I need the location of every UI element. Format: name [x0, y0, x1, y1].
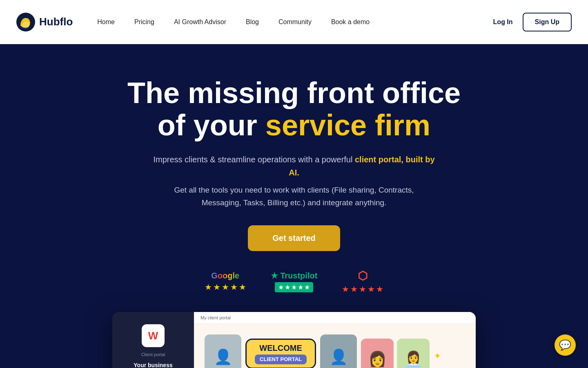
nav-ai-growth[interactable]: AI Growth Advisor: [174, 18, 226, 26]
avatar-placeholder-1: 👤: [205, 334, 241, 368]
tp-star-4: ★: [298, 283, 303, 291]
star-1: ★: [205, 282, 212, 292]
g2-stars: ★ ★ ★ ★ ★: [342, 284, 383, 294]
chat-bubble[interactable]: 💬: [555, 334, 576, 356]
hero-subtitle: Impress clients & streamline operations …: [151, 153, 437, 179]
avatar-4: 👩‍💼: [397, 339, 430, 368]
welcome-badge: WELCOME CLIENT PORTAL: [245, 339, 316, 368]
nav-community[interactable]: Community: [278, 18, 312, 26]
nav-book-demo[interactable]: Book a demo: [331, 18, 370, 26]
avatar-placeholder-2: 👤: [320, 334, 357, 368]
avatar-3: 👩: [361, 339, 394, 368]
signup-button[interactable]: Sign Up: [523, 13, 572, 31]
logo-text: Hubflo: [39, 16, 73, 28]
trustpilot-stars-box: ★ ★ ★ ★ ★: [275, 282, 313, 292]
nav-actions: Log In Sign Up: [493, 13, 572, 31]
hero-section: The missing front office of your service…: [0, 44, 588, 368]
nav-home[interactable]: Home: [97, 18, 115, 26]
trustpilot-rating: ★ Trustpilot ★ ★ ★ ★ ★: [271, 271, 318, 292]
preview-container: W Client portal Your business 🏠 Home My …: [112, 312, 476, 368]
login-button[interactable]: Log In: [493, 18, 513, 26]
g2-star-4: ★: [368, 284, 375, 294]
avatar-placeholder-4: 👩‍💼: [397, 339, 430, 368]
google-stars: ★ ★ ★ ★ ★: [205, 282, 246, 292]
tp-star-3: ★: [291, 283, 297, 291]
preview-biz-name: Your business: [134, 362, 172, 368]
avatar-1: 👤: [205, 334, 241, 368]
star-3: ★: [222, 282, 229, 292]
preview-content: 👤 WELCOME CLIENT PORTAL ★ 👤: [194, 324, 476, 368]
star-4: ★: [230, 282, 238, 292]
google-brand-label: Google: [211, 271, 239, 280]
nav-links: Home Pricing AI Growth Advisor Blog Comm…: [97, 18, 493, 26]
welcome-title: WELCOME: [255, 343, 307, 353]
preview-logo: W: [142, 324, 165, 347]
star-2: ★: [213, 282, 220, 292]
preview-sidebar: W Client portal Your business 🏠 Home: [112, 312, 194, 368]
hero-title-highlight: service firm: [265, 109, 430, 141]
chat-icon: 💬: [559, 339, 571, 351]
hubflo-logo-icon: [16, 13, 35, 31]
hero-title: The missing front office of your service…: [110, 77, 478, 141]
preview-top-bar: My client portal: [194, 312, 476, 324]
welcome-sub: CLIENT PORTAL: [255, 355, 307, 364]
g2-rating: ⬡ ★ ★ ★ ★ ★: [342, 269, 383, 294]
nav-pricing[interactable]: Pricing: [134, 18, 154, 26]
trustpilot-brand-label: ★ Trustpilot: [271, 271, 318, 280]
navbar: Hubflo Home Pricing AI Growth Advisor Bl…: [0, 0, 588, 44]
preview-content-area: My client portal 👤 WELCOME CLIENT PORTAL: [194, 312, 476, 368]
preview-client-label: Client portal: [141, 352, 165, 357]
deco-star-2: ✦: [434, 351, 441, 361]
g2-brand-label: ⬡: [358, 269, 368, 283]
g2-star-2: ★: [350, 284, 358, 294]
hero-subtitle-plain: Impress clients & streamline operations …: [153, 155, 355, 164]
google-rating: Google ★ ★ ★ ★ ★: [205, 271, 246, 292]
preview-section: W Client portal Your business 🏠 Home My …: [16, 312, 572, 368]
nav-blog[interactable]: Blog: [246, 18, 259, 26]
logo[interactable]: Hubflo: [16, 13, 73, 31]
g2-star-5: ★: [376, 284, 383, 294]
hero-body: Get all the tools you need to work with …: [155, 184, 433, 209]
tp-star-1: ★: [278, 283, 284, 291]
avatar-2: 👤: [320, 334, 357, 368]
g2-star-1: ★: [342, 284, 349, 294]
star-5: ★: [239, 282, 246, 292]
ratings-row: Google ★ ★ ★ ★ ★ ★ Trustpilot ★ ★ ★ ★ ★ …: [205, 269, 384, 294]
tp-star-2: ★: [285, 283, 290, 291]
avatar-placeholder-3: 👩: [361, 339, 394, 368]
g2-star-3: ★: [359, 284, 366, 294]
tp-star-5: ★: [304, 283, 310, 291]
cta-button[interactable]: Get started: [248, 225, 340, 251]
